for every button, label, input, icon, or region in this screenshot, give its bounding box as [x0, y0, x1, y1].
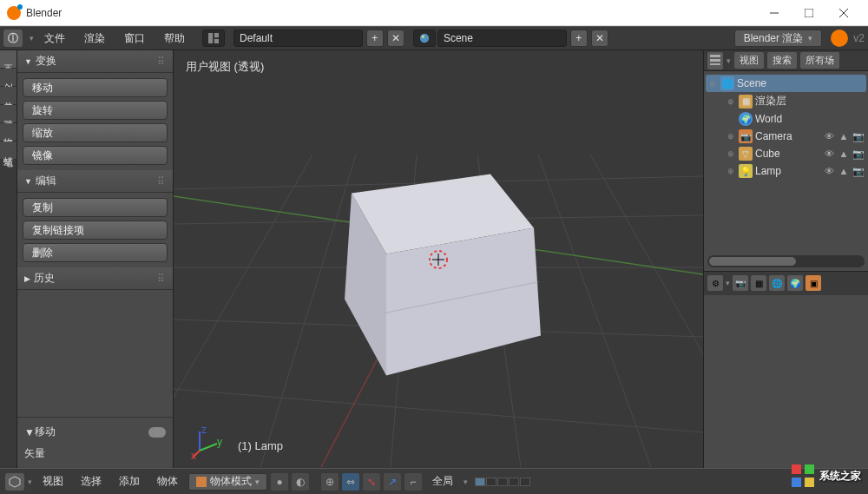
manipulator-icon[interactable]: ⇔: [342, 473, 359, 491]
info-editor-icon[interactable]: ⓘ: [3, 30, 23, 47]
render-icon[interactable]: 📷: [852, 148, 865, 160]
render-engine-selector[interactable]: Blender 渲染 ▾: [734, 30, 823, 47]
expand-icon[interactable]: ⊕: [726, 167, 736, 175]
layout-add-button[interactable]: +: [366, 30, 384, 47]
rotate-button[interactable]: 旋转: [23, 101, 168, 120]
tree-world[interactable]: 🌍 World: [706, 110, 866, 128]
visible-icon[interactable]: 👁: [823, 131, 835, 142]
svg-line-18: [174, 155, 312, 398]
duplicate-button[interactable]: 复制: [23, 198, 168, 217]
chevron-down-icon: ▾: [30, 34, 34, 43]
maximize-button[interactable]: [792, 1, 826, 25]
view-menu[interactable]: 视图: [36, 471, 70, 492]
minimize-button[interactable]: [757, 1, 792, 25]
tree-lamp[interactable]: ⊕ 💡 Lamp 👁 ▲ 📷: [706, 162, 866, 180]
render-icon[interactable]: 📷: [852, 131, 865, 142]
props-editor-icon[interactable]: ⚙: [707, 275, 723, 291]
section-history[interactable]: ▶ 历史 ⠿: [17, 267, 173, 290]
manipulator-rotate-icon[interactable]: ↗: [384, 473, 401, 491]
layout-preset-icon[interactable]: [202, 30, 225, 47]
tree-scene[interactable]: ⊖ 🌐 Scene: [706, 75, 866, 92]
tree-renderlayers[interactable]: ⊕ ▦ 渲染层: [706, 92, 866, 110]
add-menu[interactable]: 添加: [112, 471, 147, 492]
delete-button[interactable]: 删除: [23, 243, 168, 262]
outliner-view-menu[interactable]: 视图: [734, 52, 764, 69]
object-tab-icon[interactable]: ▣: [806, 275, 821, 291]
manipulator-translate-icon[interactable]: ⤡: [363, 473, 380, 491]
operator-header[interactable]: ▼ 移动: [24, 421, 166, 443]
grip-icon[interactable]: ⠿: [157, 56, 166, 68]
menu-render[interactable]: 渲染: [76, 28, 114, 49]
layer-2[interactable]: [486, 478, 496, 486]
scene-icon: 🌐: [720, 76, 734, 90]
tab-grease[interactable]: 蜡笔: [0, 142, 16, 160]
scale-button[interactable]: 缩放: [23, 123, 168, 142]
layer-5[interactable]: [520, 478, 530, 486]
outliner-filter[interactable]: 所有场: [800, 52, 839, 69]
svg-rect-41: [792, 478, 801, 487]
tree-cube[interactable]: ⊕ ▽ Cube 👁 ▲ 📷: [706, 145, 866, 162]
orientation-selector[interactable]: 全局: [425, 471, 460, 492]
pivot-icon[interactable]: ⊕: [321, 473, 339, 491]
watermark-logo-icon: [790, 463, 816, 489]
collapse-icon[interactable]: ⊖: [707, 79, 718, 88]
scene-tab-icon[interactable]: 🌐: [769, 275, 785, 291]
manipulator-scale-icon[interactable]: ⌐: [404, 473, 422, 491]
select-menu[interactable]: 选择: [74, 471, 108, 492]
tab-animation[interactable]: 动画: [0, 105, 16, 123]
viewport-header: ▾ 视图 选择 添加 物体 物体模式 ▾ ● ◐ ⊕ ⇔ ⤡ ↗ ⌐ 全局 ▾: [0, 468, 868, 494]
menu-window[interactable]: 窗口: [115, 28, 154, 49]
shading-solid-icon[interactable]: ●: [271, 473, 288, 491]
layer-1[interactable]: [475, 478, 485, 486]
properties-header: ⚙ ▾ 📷 ▦ 🌐 🌍 ▣: [704, 271, 868, 295]
blender-icon: [831, 30, 848, 47]
outliner-tree[interactable]: ⊖ 🌐 Scene ⊕ ▦ 渲染层 🌍 World ⊕ 📷 Camera: [704, 71, 868, 252]
select-icon[interactable]: ▲: [838, 148, 850, 159]
section-transform[interactable]: ▼ 变换 ⠿: [17, 50, 173, 73]
slider-handle[interactable]: [148, 427, 166, 438]
outliner-search-menu[interactable]: 搜索: [767, 52, 797, 69]
move-button[interactable]: 移动: [23, 78, 168, 97]
layers-tab-icon[interactable]: ▦: [751, 275, 766, 291]
tab-relations[interactable]: 关系: [0, 87, 16, 105]
select-icon[interactable]: ▲: [838, 166, 850, 176]
layer-buttons[interactable]: [475, 478, 530, 486]
scene-selector[interactable]: Scene: [437, 30, 567, 47]
section-edit[interactable]: ▼ 编辑 ⠿: [17, 170, 173, 193]
grip-icon[interactable]: ⠿: [157, 273, 166, 285]
expand-icon[interactable]: ⊕: [726, 132, 736, 141]
shading-wire-icon[interactable]: ◐: [292, 473, 309, 491]
layer-3[interactable]: [497, 478, 508, 486]
tab-physics[interactable]: 物理: [0, 123, 16, 142]
visible-icon[interactable]: 👁: [823, 166, 835, 176]
expand-icon[interactable]: ⊕: [726, 97, 736, 106]
visible-icon[interactable]: 👁: [823, 148, 835, 159]
mode-selector[interactable]: 物体模式 ▾: [188, 473, 267, 491]
grip-icon[interactable]: ⠿: [157, 175, 166, 188]
scene-add-button[interactable]: +: [570, 30, 588, 47]
render-tab-icon[interactable]: 📷: [733, 275, 748, 291]
tree-camera[interactable]: ⊕ 📷 Camera 👁 ▲ 📷: [706, 128, 866, 145]
expand-icon[interactable]: ⊕: [726, 149, 736, 158]
3d-viewport[interactable]: 用户视图 (透视): [174, 50, 703, 468]
outliner-editor-icon[interactable]: [707, 52, 723, 69]
menu-file[interactable]: 文件: [36, 28, 74, 49]
menu-help[interactable]: 帮助: [155, 28, 194, 49]
world-tab-icon[interactable]: 🌍: [787, 275, 803, 291]
svg-rect-37: [710, 63, 720, 65]
mirror-button[interactable]: 镜像: [23, 146, 168, 165]
select-icon[interactable]: ▲: [838, 131, 850, 142]
layer-4[interactable]: [509, 478, 519, 486]
tab-create[interactable]: 创建: [0, 69, 16, 87]
layout-selector[interactable]: Default: [233, 30, 363, 47]
scene-remove-button[interactable]: ✕: [591, 30, 608, 47]
tab-tools[interactable]: 工具: [0, 50, 16, 69]
object-menu[interactable]: 物体: [150, 471, 185, 492]
layout-remove-button[interactable]: ✕: [387, 30, 404, 47]
3dview-editor-icon[interactable]: [5, 473, 24, 491]
render-icon[interactable]: 📷: [852, 166, 865, 177]
horizontal-scrollbar[interactable]: [707, 255, 865, 267]
close-button[interactable]: [826, 1, 861, 25]
duplicate-linked-button[interactable]: 复制链接项: [23, 221, 168, 240]
scene-icon[interactable]: [413, 30, 436, 47]
